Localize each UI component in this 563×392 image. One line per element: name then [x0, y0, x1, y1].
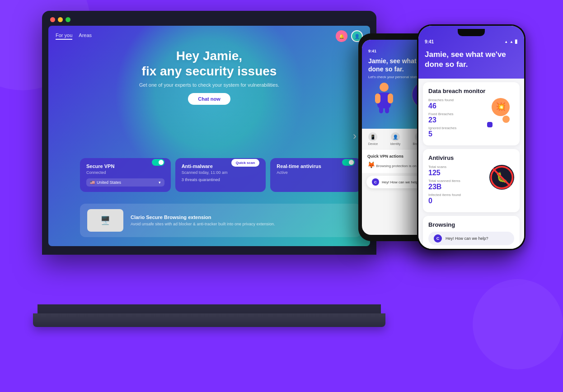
extension-subtitle: Avoid unsafe sites with ad blocker & ant…: [131, 222, 275, 226]
extension-thumb-inner: 🖥️: [87, 209, 123, 232]
infected-stat: Infected items found 0: [428, 193, 489, 205]
laptop-nav: For you Areas: [56, 33, 92, 40]
browsing-pf-title: Browsing: [428, 221, 514, 228]
laptop-titlebar: [48, 17, 370, 22]
avatar-notification[interactable]: 🔔: [336, 30, 347, 42]
laptop-hinge: [38, 304, 381, 313]
antivirus-toggle[interactable]: [342, 159, 355, 166]
laptop-device: For you Areas 🔔 👤 Hey Jamie, fix any sec…: [33, 11, 385, 327]
breach-illustration: 💥: [487, 98, 514, 125]
help-circle-icon: C: [372, 178, 379, 186]
data-breach-title: Data breach monitor: [428, 88, 514, 94]
vpn-card-status: Connected: [86, 170, 164, 175]
svg-rect-4: [379, 107, 383, 113]
breach-ignored-value: 5: [428, 130, 487, 138]
battery-icon: ▊: [515, 40, 518, 44]
quick-scan-button[interactable]: Quick scan: [231, 159, 260, 167]
scanned-items-stat: Total scanned items 23B: [428, 179, 489, 191]
laptop-cards-row: Secure VPN Connected 🇺🇸 United States ▾: [80, 158, 361, 192]
signal-icon: ▲: [510, 40, 513, 44]
antimalware-card-title: Anti-malware: [182, 163, 213, 169]
svg-point-9: [502, 116, 510, 123]
breach-fixed-stat: Fixed Breaches 23: [428, 112, 487, 124]
help-text: Hey! How can we help?: [382, 180, 420, 184]
data-breach-row: Breaches found 46 Fixed Breaches 23 Igno…: [428, 98, 514, 140]
total-scans-stat: Total scans 125: [428, 165, 489, 177]
svg-rect-3: [388, 93, 393, 103]
browsing-help-row[interactable]: C Hey! How can we help?: [428, 232, 514, 245]
antimalware-card: Anti-malware Quick scan Scanned today, 1…: [175, 158, 266, 192]
svg-rect-5: [385, 107, 389, 113]
antimalware-threat-count: 3 threats quarantined: [182, 177, 260, 182]
scanned-items-label: Total scanned items: [428, 179, 489, 183]
extension-thumbnail: 🖥️: [87, 209, 123, 232]
vpn-card: Secure VPN Connected 🇺🇸 United States ▾: [80, 158, 171, 192]
phone-front-content[interactable]: Data breach monitor Breaches found 46 Fi…: [418, 79, 524, 249]
identity-label: Identity: [390, 142, 401, 145]
phone-status-icons: ▲ ▲ ▊: [504, 40, 518, 44]
laptop-hero: Hey Jamie, fix any security issues Get o…: [48, 48, 370, 105]
browsing-help-icon: C: [434, 234, 442, 243]
antivirus-pf-card: Antivirus Total scans 125 Total scanned …: [423, 149, 520, 212]
nav-areas[interactable]: Areas: [79, 33, 92, 40]
phone-status-bar: 9:41 ▲ ▲ ▊: [425, 39, 518, 44]
svg-rect-10: [487, 122, 493, 127]
device-icon: 📱: [368, 132, 377, 141]
phone-notch: [458, 29, 485, 36]
total-scans-label: Total scans: [428, 165, 489, 169]
vpn-toggle[interactable]: [152, 159, 164, 166]
antimalware-scan-time: Scanned today, 11:00 am: [182, 170, 260, 175]
traffic-light-green[interactable]: [66, 17, 70, 22]
laptop-body-bottom: [33, 313, 385, 327]
wifi-icon: ▲: [504, 40, 508, 44]
antivirus-card: Real-time antivirus Active: [270, 158, 361, 192]
breach-fixed-label: Fixed Breaches: [428, 112, 487, 116]
phone-front-time: 9:41: [425, 39, 434, 44]
browsing-pf-card: Browsing C Hey! How can we help?: [423, 216, 520, 249]
chat-now-button[interactable]: Chat now: [188, 93, 230, 105]
antivirus-illustration: 🐛: [489, 165, 514, 190]
traffic-light-red[interactable]: [50, 17, 55, 22]
infected-value: 0: [428, 197, 489, 205]
nav-identity[interactable]: 👤 Identity: [390, 132, 401, 145]
scanned-items-value: 23B: [428, 183, 489, 191]
device-label: Device: [368, 142, 378, 145]
extension-title: Clario Secure Browsing extension: [131, 215, 275, 220]
laptop-screen-outer: For you Areas 🔔 👤 Hey Jamie, fix any sec…: [42, 11, 376, 255]
antivirus-stats: Total scans 125 Total scanned items 23B …: [428, 165, 489, 207]
laptop-base: [33, 304, 385, 327]
antivirus-status: Active: [277, 170, 355, 175]
breach-found-label: Breaches found: [428, 98, 487, 102]
svg-text:💥: 💥: [496, 102, 506, 112]
infected-label: Infected items found: [428, 193, 489, 197]
phone-front-title: Jamie, see what we've done so far.: [425, 50, 518, 70]
laptop-hero-subtitle: Get one of your experts to check your sy…: [48, 82, 370, 88]
antivirus-pf-row: Total scans 125 Total scanned items 23B …: [428, 165, 514, 207]
phone-front-body: 9:41 ▲ ▲ ▊ Jamie, see what we've done so…: [417, 24, 525, 250]
data-breach-card: Data breach monitor Breaches found 46 Fi…: [423, 82, 520, 145]
identity-icon: 👤: [391, 132, 400, 141]
total-scans-value: 125: [428, 169, 489, 177]
laptop-hero-title: Hey Jamie, fix any security issues: [48, 48, 370, 79]
svg-rect-2: [375, 93, 380, 103]
traffic-light-yellow[interactable]: [58, 17, 63, 22]
breach-found-stat: Breaches found 46: [428, 98, 487, 110]
extension-text: Clario Secure Browsing extension Avoid u…: [131, 215, 275, 226]
nav-device[interactable]: 📱 Device: [368, 132, 378, 145]
scene-container: For you Areas 🔔 👤 Hey Jamie, fix any sec…: [33, 11, 530, 381]
person-figure: [373, 82, 395, 115]
vpn-location-dropdown[interactable]: 🇺🇸 United States ▾: [86, 178, 164, 187]
phone-back-time: 9:41: [368, 49, 376, 53]
phone-front-device: 9:41 ▲ ▲ ▊ Jamie, see what we've done so…: [417, 24, 525, 250]
laptop-screen: For you Areas 🔔 👤 Hey Jamie, fix any sec…: [48, 26, 370, 246]
phone-front-screen: 9:41 ▲ ▲ ▊ Jamie, see what we've done so…: [418, 26, 524, 249]
vpn-location-label: United States: [97, 180, 121, 185]
breach-ignored-stat: Ignored breaches 5: [428, 126, 487, 138]
extension-card: 🖥️ Clario Secure Browsing extension Avoi…: [80, 204, 361, 237]
nav-for-you[interactable]: For you: [56, 33, 72, 40]
vpn-browsing-text: 🦊 Browsing protection is on: [367, 161, 417, 168]
chevron-right-icon[interactable]: ›: [353, 130, 357, 142]
breach-found-value: 46: [428, 102, 487, 110]
svg-point-0: [380, 83, 389, 92]
antivirus-card-title: Real-time antivirus: [277, 163, 321, 169]
